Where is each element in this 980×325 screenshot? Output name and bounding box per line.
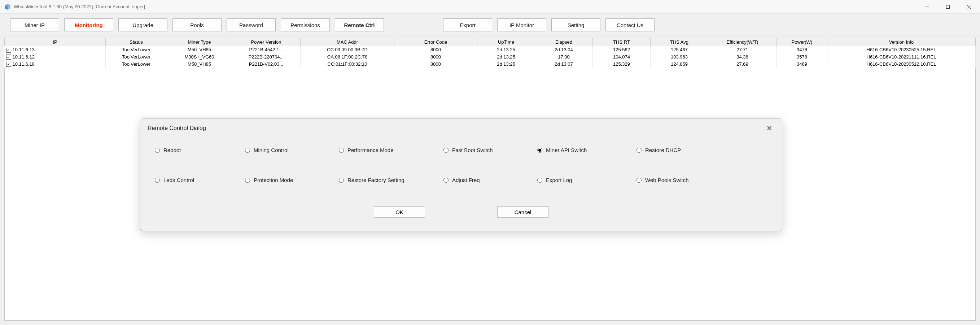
col-uptime[interactable]: UpTime	[477, 38, 535, 46]
dialog-cancel-button[interactable]: Cancel	[497, 206, 549, 218]
cell-status: ToolVerLower	[106, 53, 167, 61]
cell-ths-rt: 125.562	[593, 46, 651, 53]
col-status[interactable]: Status	[106, 38, 167, 46]
cell-ip-text: 10.11.6.18	[13, 61, 35, 67]
remote-control-dialog: Remote Control Dialog ✕ Reboot Mining Co…	[140, 118, 782, 231]
cell-miner-type: M30S+_VG60	[167, 53, 232, 61]
cell-status: ToolVerLower	[106, 61, 167, 68]
pools-button[interactable]: Pools	[172, 18, 221, 32]
radio-reboot[interactable]: Reboot	[155, 147, 245, 153]
radio-leds-control[interactable]: Leds Control	[155, 177, 245, 183]
cell-version-info: H616-CB6V10-20230512.10.REL	[827, 61, 976, 68]
remote-ctrl-button[interactable]: Remote Ctrl	[335, 18, 384, 32]
radio-restore-dhcp-label: Restore DHCP	[645, 147, 681, 153]
col-power-version[interactable]: Power Version	[232, 38, 301, 46]
radio-restore-dhcp[interactable]: Restore DHCP	[636, 147, 730, 153]
cell-elapsed: 2d 13:07	[535, 61, 593, 68]
miner-table: IP Status Miner Type Power Version MAC A…	[4, 38, 976, 68]
dialog-close-icon[interactable]: ✕	[764, 124, 775, 132]
app-icon	[3, 3, 11, 11]
radio-fast-boot-switch-label: Fast Boot Switch	[452, 147, 493, 153]
cell-power: 3478	[777, 46, 827, 53]
radio-reboot-label: Reboot	[164, 147, 181, 153]
cell-mac: CC:01:1F:00:32:10	[301, 61, 395, 68]
col-ths-rt[interactable]: THS RT	[593, 38, 651, 46]
cell-uptime: 2d 13:25	[477, 61, 535, 68]
cell-uptime: 2d 13:25	[477, 46, 535, 53]
col-error-code[interactable]: Error Code	[395, 38, 477, 46]
cell-version-info: H616-CB6V10-20221111.16.REL	[827, 53, 976, 61]
cell-error-code: 8000	[395, 46, 477, 53]
svg-rect-4	[947, 5, 950, 8]
radio-restore-factory-label: Restore Factory Setting	[347, 177, 404, 183]
radio-fast-boot-switch[interactable]: Fast Boot Switch	[444, 147, 537, 153]
cell-uptime: 2d 13:25	[477, 53, 535, 61]
radio-web-pools-switch-label: Web Pools Switch	[645, 177, 689, 183]
cell-ths-avg: 125.467	[651, 46, 708, 53]
row-checkbox[interactable]: ✓	[6, 54, 11, 60]
password-button[interactable]: Password	[227, 18, 276, 32]
cell-ths-rt: 104.074	[593, 53, 651, 61]
cell-efficiency: 27.71	[708, 46, 777, 53]
cell-power: 3578	[777, 53, 827, 61]
cell-ths-rt: 125.329	[593, 61, 651, 68]
dialog-ok-button[interactable]: OK	[374, 206, 425, 218]
upgrade-button[interactable]: Upgrade	[118, 18, 167, 32]
cell-mac: CC:03:09:00:9B:7D	[301, 46, 395, 53]
close-button[interactable]	[958, 0, 979, 13]
col-version-info[interactable]: Version Info	[827, 38, 976, 46]
radio-restore-factory[interactable]: Restore Factory Setting	[339, 177, 444, 183]
window-title: WhatsMinerTool 8.1.30 (May 20 2022) [Cur…	[14, 4, 145, 10]
radio-protection-mode[interactable]: Protection Mode	[245, 177, 339, 183]
radio-miner-api-switch[interactable]: Miner API Switch	[537, 147, 636, 153]
cell-elapsed: 17:00	[535, 53, 593, 61]
ip-monitor-button[interactable]: IP Monitor	[497, 18, 546, 32]
col-miner-type[interactable]: Miner Type	[167, 38, 232, 46]
cell-power: 3469	[777, 61, 827, 68]
col-elapsed[interactable]: Elapsed	[535, 38, 593, 46]
radio-adjust-freq[interactable]: Adjust Freq	[444, 177, 537, 183]
radio-web-pools-switch[interactable]: Web Pools Switch	[636, 177, 730, 183]
maximize-button[interactable]	[937, 0, 958, 13]
row-checkbox[interactable]: ✓	[6, 62, 11, 67]
export-button[interactable]: Export	[443, 18, 492, 32]
titlebar: WhatsMinerTool 8.1.30 (May 20 2022) [Cur…	[0, 0, 980, 14]
cell-miner-type: M50_VH85	[167, 61, 232, 68]
radio-performance-mode-label: Performance Mode	[347, 147, 394, 153]
table-header-row: IP Status Miner Type Power Version MAC A…	[5, 38, 976, 46]
cell-error-code: 8000	[395, 61, 477, 68]
permissions-button[interactable]: Permissions	[281, 18, 330, 32]
table-row[interactable]: ✓10.11.6.12ToolVerLowerM30S+_VG60P222B-2…	[5, 53, 976, 61]
cell-efficiency: 34.38	[708, 53, 777, 61]
cell-version-info: H616-CB6V10-20230525.15.REL	[827, 46, 976, 53]
radio-export-log-label: Export Log	[546, 177, 572, 183]
cell-ip[interactable]: ✓10.11.6.18	[5, 61, 106, 68]
cell-ths-avg: 103.963	[651, 53, 708, 61]
radio-mining-control[interactable]: Mining Control	[245, 147, 339, 153]
contact-us-button[interactable]: Contact Us	[606, 18, 654, 32]
col-ip[interactable]: IP	[5, 38, 106, 46]
col-ths-avg[interactable]: THS Avg	[651, 38, 708, 46]
cell-error-code: 8000	[395, 53, 477, 61]
cell-ip-text: 10.11.6.13	[13, 47, 35, 53]
radio-export-log[interactable]: Export Log	[537, 177, 636, 183]
radio-protection-mode-label: Protection Mode	[254, 177, 293, 183]
col-power[interactable]: Power(W)	[777, 38, 827, 46]
minimize-button[interactable]	[916, 0, 937, 13]
monitoring-button[interactable]: Monitoring	[64, 18, 113, 32]
radio-leds-control-label: Leds Control	[164, 177, 194, 183]
miner-ip-button[interactable]: Miner IP	[10, 18, 59, 32]
cell-ip-text: 10.11.6.12	[13, 54, 35, 60]
cell-ip[interactable]: ✓10.11.6.13	[5, 46, 106, 53]
table-row[interactable]: ✓10.11.6.13ToolVerLowerM50_VH85P221B-454…	[5, 46, 976, 53]
table-row[interactable]: ✓10.11.6.18ToolVerLowerM50_VH85P221B-V02…	[5, 61, 976, 68]
radio-performance-mode[interactable]: Performance Mode	[339, 147, 444, 153]
cell-ths-avg: 124.859	[651, 61, 708, 68]
cell-ip[interactable]: ✓10.11.6.12	[5, 53, 106, 61]
row-checkbox[interactable]: ✓	[6, 48, 11, 53]
col-efficiency[interactable]: Efficiency(W/T)	[708, 38, 777, 46]
cell-status: ToolVerLower	[106, 46, 167, 53]
cell-power-version: P221B-4542.1...	[232, 46, 301, 53]
setting-button[interactable]: Setting	[551, 18, 600, 32]
col-mac[interactable]: MAC Addr	[301, 38, 395, 46]
